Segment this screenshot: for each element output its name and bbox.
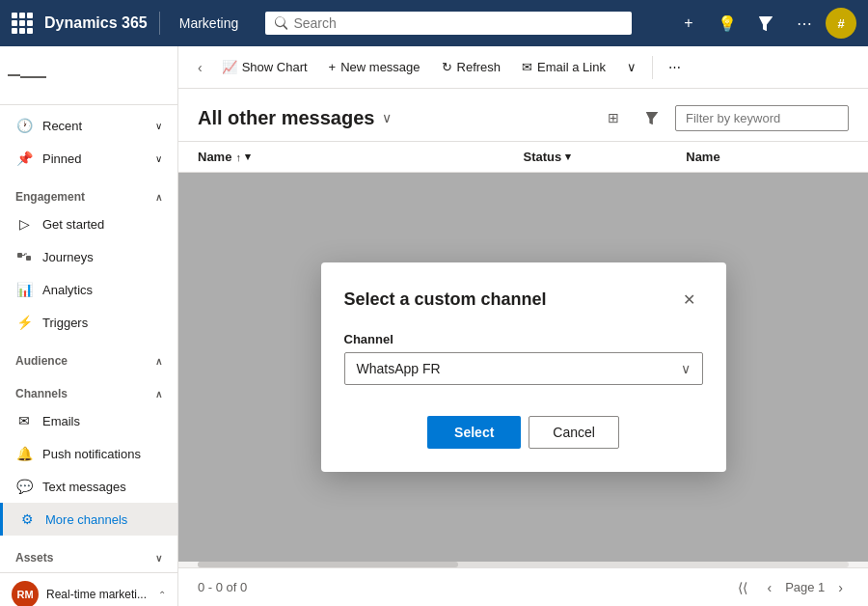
view-toggle-icon[interactable]: ⊞ xyxy=(598,102,629,133)
more-channels-icon: ⚙ xyxy=(18,510,36,528)
layout: 🕐 Recent ∨ 📌 Pinned ∨ Engagement ∧ ▷ Get… xyxy=(0,46,868,606)
sort-icon: ↑ xyxy=(235,152,241,163)
bottom-bar: 0 - 0 of 0 ⟨⟨ ‹ Page 1 › xyxy=(178,567,868,606)
sidebar-item-push-notifications[interactable]: 🔔 Push notifications xyxy=(0,437,177,470)
search-input[interactable] xyxy=(293,15,622,31)
sidebar-item-triggers[interactable]: ⚡ Triggers xyxy=(0,306,177,339)
channel-label: Channel xyxy=(344,332,703,346)
modal-title: Select a custom channel xyxy=(344,289,547,310)
more-options-icon[interactable]: ⋯ xyxy=(787,6,822,41)
cancel-button[interactable]: Cancel xyxy=(529,416,619,449)
page-header: All other messages ∨ ⊞ xyxy=(178,89,868,142)
sidebar-section-audience: Audience ∧ xyxy=(0,343,177,375)
nav-module: Marketing xyxy=(168,15,250,31)
assets-header[interactable]: Assets ∨ xyxy=(0,543,177,568)
sidebar-item-get-started[interactable]: ▷ Get started xyxy=(0,207,177,240)
chevron-up-icon-channels: ∧ xyxy=(155,389,162,399)
sidebar-toggle[interactable] xyxy=(8,56,46,95)
record-count: 0 - 0 of 0 xyxy=(198,580,247,594)
play-icon: ▷ xyxy=(15,215,33,233)
footer-chevron-icon: ⌃ xyxy=(158,590,166,600)
email-link-icon: ✉ xyxy=(522,60,532,74)
toolbar: ‹ 📈 Show Chart + New message ↻ Refresh ✉… xyxy=(178,46,868,89)
user-avatar[interactable]: # xyxy=(826,8,856,39)
footer-label: Real-time marketi... xyxy=(46,588,147,601)
toolbar-separator xyxy=(652,56,653,79)
prev-page-button[interactable]: ‹ xyxy=(761,578,777,597)
sidebar-section-recents: 🕐 Recent ∨ 📌 Pinned ∨ xyxy=(0,105,177,179)
sidebar-top xyxy=(0,46,177,105)
top-nav: Dynamics 365 Marketing + 💡 ⋯ # xyxy=(0,0,868,46)
svg-rect-0 xyxy=(17,253,22,258)
svg-rect-1 xyxy=(26,256,31,261)
dropdown-chevron-icon: ∨ xyxy=(681,361,691,376)
search-icon xyxy=(275,16,287,30)
page-header-actions: ⊞ xyxy=(598,102,849,133)
recent-icon: 🕐 xyxy=(15,117,33,134)
bell-icon: 🔔 xyxy=(15,445,33,462)
col-name-header[interactable]: Name ↑ ▾ xyxy=(198,150,524,164)
sidebar-item-pinned[interactable]: 📌 Pinned ∨ xyxy=(0,142,177,175)
status-sort-icon: ▾ xyxy=(565,151,571,163)
plus-icon: + xyxy=(329,60,337,74)
channels-header[interactable]: Channels ∧ xyxy=(0,379,177,404)
sidebar-item-journeys[interactable]: Journeys xyxy=(0,240,177,273)
nav-actions: + 💡 ⋯ # xyxy=(671,6,856,41)
triggers-icon: ⚡ xyxy=(15,314,33,331)
first-page-button[interactable]: ⟨⟨ xyxy=(732,578,753,597)
engagement-header[interactable]: Engagement ∧ xyxy=(0,182,177,207)
col-status-header[interactable]: Status ▾ xyxy=(524,150,687,164)
audience-header[interactable]: Audience ∧ xyxy=(0,346,177,372)
sidebar-section-assets: Assets ∨ xyxy=(0,539,177,572)
sidebar-item-emails[interactable]: ✉ Emails xyxy=(0,404,177,437)
chart-icon: 📈 xyxy=(222,60,237,74)
chat-icon: 💬 xyxy=(15,478,33,495)
filter-icon-header[interactable] xyxy=(637,102,667,133)
title-chevron-icon[interactable]: ∨ xyxy=(382,110,392,125)
refresh-icon: ↻ xyxy=(442,60,452,74)
select-button[interactable]: Select xyxy=(427,416,521,449)
sidebar-item-recent[interactable]: 🕐 Recent ∨ xyxy=(0,109,177,142)
chevron-down-icon-pinned: ∨ xyxy=(155,153,162,164)
filter-keyword-input[interactable] xyxy=(675,105,849,131)
modal-dialog: Select a custom channel ✕ Channel WhatsA… xyxy=(321,262,726,472)
modal-close-button[interactable]: ✕ xyxy=(676,286,703,313)
modal-overlay: Select a custom channel ✕ Channel WhatsA… xyxy=(178,173,868,562)
col-filter-icon[interactable]: ▾ xyxy=(245,151,251,163)
chevron-down-icon-audience: ∧ xyxy=(155,356,162,367)
lightbulb-icon[interactable]: 💡 xyxy=(710,6,745,41)
email-icon: ✉ xyxy=(15,412,33,429)
channel-dropdown[interactable]: WhatsApp FR ∨ xyxy=(344,352,703,385)
show-chart-button[interactable]: 📈 Show Chart xyxy=(212,54,317,80)
app-grid-icon[interactable] xyxy=(12,13,33,34)
nav-divider xyxy=(159,12,160,35)
more-toolbar-button[interactable]: ⋯ xyxy=(659,54,691,80)
pagination: ⟨⟨ ‹ Page 1 › xyxy=(732,578,849,597)
modal-body: Channel WhatsApp FR ∨ xyxy=(344,332,703,385)
add-button[interactable]: + xyxy=(671,6,706,41)
main-content: ‹ 📈 Show Chart + New message ↻ Refresh ✉… xyxy=(178,46,868,606)
sidebar-section-channels: Channels ∧ ✉ Emails 🔔 Push notifications… xyxy=(0,375,177,539)
filter-icon[interactable] xyxy=(748,6,783,41)
col-name2-header: Name xyxy=(686,150,849,164)
sidebar-footer[interactable]: RM Real-time marketi... ⌃ xyxy=(0,572,177,606)
search-box[interactable] xyxy=(265,12,632,35)
chevron-down-icon: ∨ xyxy=(155,121,162,131)
sidebar-item-analytics[interactable]: 📊 Analytics xyxy=(0,273,177,306)
sidebar-item-more-channels[interactable]: ⚙ More channels xyxy=(0,503,177,536)
analytics-icon: 📊 xyxy=(15,281,33,298)
dropdown-button[interactable]: ∨ xyxy=(617,54,646,80)
pin-icon: 📌 xyxy=(15,150,33,167)
sidebar-item-text-messages[interactable]: 💬 Text messages xyxy=(0,470,177,503)
new-message-button[interactable]: + New message xyxy=(319,54,430,80)
modal-footer: Select Cancel xyxy=(344,416,703,449)
email-link-button[interactable]: ✉ Email a Link xyxy=(512,54,615,80)
chevron-down-icon-assets: ∨ xyxy=(155,553,162,564)
content-area: Select a custom channel ✕ Channel WhatsA… xyxy=(178,173,868,562)
channel-value: WhatsApp FR xyxy=(357,361,441,376)
journeys-icon xyxy=(15,248,33,265)
refresh-button[interactable]: ↻ Refresh xyxy=(432,54,511,80)
chevron-up-icon: ∧ xyxy=(155,192,162,203)
next-page-button[interactable]: › xyxy=(832,578,849,597)
back-button[interactable]: ‹ xyxy=(190,54,210,81)
